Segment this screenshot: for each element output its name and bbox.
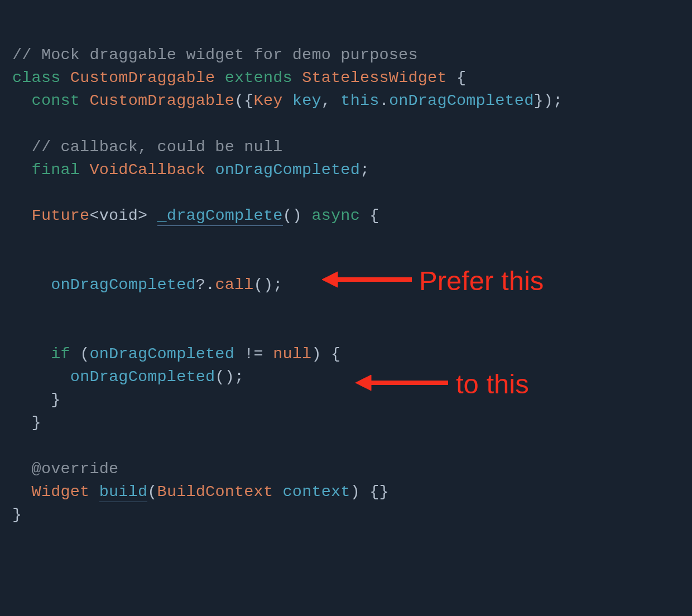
svg-marker-1: [322, 272, 338, 287]
arrow-icon: [321, 270, 413, 290]
code-line-20: Widget build(BuildContext context) {}: [12, 483, 389, 502]
code-line-17: }: [12, 413, 41, 432]
annotation-prefer-this: Prefer this: [419, 265, 544, 296]
code-line-1: // Mock draggable widget for demo purpos…: [12, 46, 418, 64]
code-line-2: class CustomDraggable extends StatelessW…: [12, 69, 466, 87]
code-line-21: }: [12, 506, 22, 524]
annotation-to-this: to this: [456, 368, 529, 400]
code-line-3: const CustomDraggable({Key key, this.onD…: [12, 92, 563, 110]
code-line-16: }: [12, 391, 61, 409]
arrow-icon: [354, 373, 449, 393]
code-line-6: final VoidCallback onDragCompleted;: [12, 161, 369, 179]
svg-marker-3: [355, 375, 371, 391]
code-line-11: onDragCompleted?.call();: [12, 276, 283, 294]
code-line-19: @override: [12, 460, 118, 478]
code-line-14: if (onDragCompleted != null) {: [12, 345, 340, 363]
code-line-8: Future<void> _dragComplete() async {: [12, 206, 379, 226]
code-line-15: onDragCompleted();: [12, 368, 244, 386]
code-line-5: // callback, could be null: [12, 138, 282, 156]
